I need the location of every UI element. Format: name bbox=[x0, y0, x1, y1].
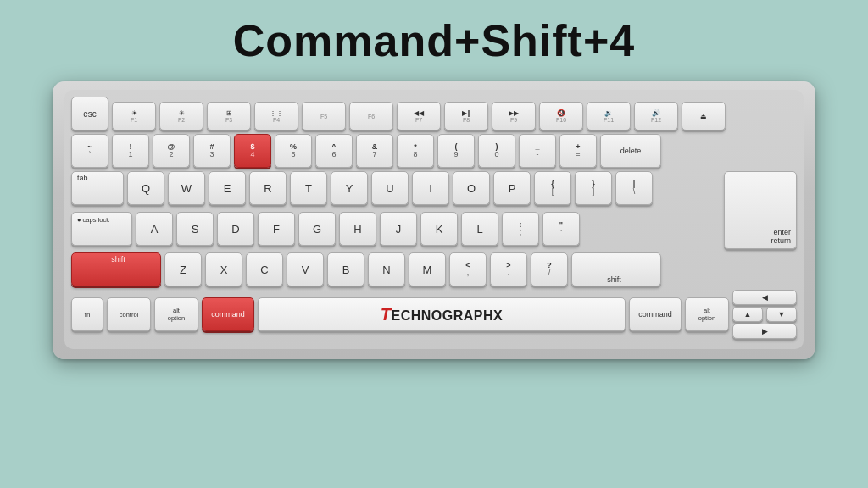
key-delete[interactable]: delete bbox=[600, 134, 661, 168]
key-t[interactable]: T bbox=[290, 171, 327, 205]
key-arrow-right[interactable]: ▶ bbox=[732, 324, 797, 339]
key-z[interactable]: Z bbox=[164, 252, 202, 286]
key-n[interactable]: N bbox=[368, 252, 405, 286]
key-bracket-left[interactable]: { [ bbox=[534, 171, 571, 205]
key-6[interactable]: ^ 6 bbox=[315, 134, 353, 168]
brand-t-letter: T bbox=[381, 305, 392, 324]
shift-key-row: shift Z X C V B N M < , > . ? / shift bbox=[71, 252, 797, 286]
key-period[interactable]: > . bbox=[490, 252, 527, 286]
key-r[interactable]: R bbox=[249, 171, 287, 205]
key-f2[interactable]: ✳ F2 bbox=[159, 102, 203, 130]
key-s[interactable]: S bbox=[176, 212, 214, 246]
arrow-keys: ◀ ▲ ▼ ▶ bbox=[732, 290, 797, 339]
key-shift-left[interactable]: shift bbox=[71, 252, 161, 286]
key-j[interactable]: J bbox=[380, 212, 417, 246]
key-quote[interactable]: " ' bbox=[542, 212, 580, 246]
key-f6[interactable]: F6 bbox=[349, 102, 393, 130]
key-f1[interactable]: ☀ F1 bbox=[112, 102, 156, 130]
key-command-right[interactable]: command bbox=[629, 297, 682, 331]
key-control[interactable]: control bbox=[107, 297, 151, 331]
key-option-right[interactable]: alt option bbox=[685, 297, 729, 331]
key-1[interactable]: ! 1 bbox=[112, 134, 149, 168]
bottom-key-row: fn control alt option command TECHNOGRAP… bbox=[71, 290, 797, 339]
key-shift-right[interactable]: shift bbox=[571, 252, 661, 286]
key-spacebar[interactable]: TECHNOGRAPHX bbox=[258, 297, 626, 331]
key-bracket-right[interactable]: } ] bbox=[575, 171, 612, 205]
key-f11[interactable]: 🔉 F11 bbox=[587, 102, 631, 130]
brand-logo: TECHNOGRAPHX bbox=[381, 305, 503, 324]
home-key-row: ● caps lock A S D F G H J K L : ; bbox=[71, 212, 721, 246]
key-4[interactable]: $ 4 bbox=[234, 134, 271, 168]
key-f4[interactable]: ⋮⋮ F4 bbox=[254, 102, 298, 130]
key-7[interactable]: & 7 bbox=[356, 134, 393, 168]
key-w[interactable]: W bbox=[168, 171, 205, 205]
key-h[interactable]: H bbox=[339, 212, 376, 246]
key-f7[interactable]: ◀◀ F7 bbox=[397, 102, 441, 130]
key-equals[interactable]: + = bbox=[559, 134, 597, 168]
key-b[interactable]: B bbox=[327, 252, 364, 286]
key-f9[interactable]: ▶▶ F9 bbox=[492, 102, 536, 130]
key-i[interactable]: I bbox=[412, 171, 449, 205]
qwerty-return-rows: tab Q W E R T Y U I O P { [ bbox=[71, 171, 797, 249]
key-k[interactable]: K bbox=[420, 212, 458, 246]
key-0[interactable]: ) 0 bbox=[478, 134, 515, 168]
key-tab[interactable]: tab bbox=[71, 171, 124, 205]
key-minus[interactable]: _ - bbox=[519, 134, 556, 168]
key-e[interactable]: E bbox=[209, 171, 246, 205]
key-arrow-down[interactable]: ▼ bbox=[766, 307, 797, 322]
key-semicolon[interactable]: : ; bbox=[502, 212, 539, 246]
key-v[interactable]: V bbox=[287, 252, 324, 286]
key-f3[interactable]: ⊞ F3 bbox=[207, 102, 251, 130]
key-q[interactable]: Q bbox=[127, 171, 164, 205]
key-9[interactable]: ( 9 bbox=[437, 134, 475, 168]
key-m[interactable]: M bbox=[409, 252, 446, 286]
key-command-left[interactable]: command bbox=[202, 297, 254, 331]
key-caps-lock[interactable]: ● caps lock bbox=[71, 212, 132, 246]
key-f[interactable]: F bbox=[258, 212, 295, 246]
key-comma[interactable]: < , bbox=[449, 252, 487, 286]
key-return[interactable]: enter return bbox=[724, 171, 797, 249]
key-y[interactable]: Y bbox=[331, 171, 368, 205]
key-fn[interactable]: fn bbox=[71, 297, 103, 331]
key-p[interactable]: P bbox=[493, 171, 531, 205]
keyboard: esc ☀ F1 ✳ F2 ⊞ F3 ⋮⋮ F4 F5 F6 bbox=[53, 81, 815, 359]
key-o[interactable]: O bbox=[453, 171, 490, 205]
key-f10[interactable]: 🔇 F10 bbox=[539, 102, 583, 130]
key-5[interactable]: % 5 bbox=[275, 134, 312, 168]
key-arrow-up[interactable]: ▲ bbox=[732, 307, 763, 322]
key-c[interactable]: C bbox=[246, 252, 283, 286]
key-esc[interactable]: esc bbox=[71, 97, 108, 130]
key-u[interactable]: U bbox=[371, 171, 409, 205]
key-f8[interactable]: ▶‖ F8 bbox=[444, 102, 488, 130]
key-d[interactable]: D bbox=[217, 212, 254, 246]
key-slash[interactable]: ? / bbox=[531, 252, 568, 286]
key-x[interactable]: X bbox=[205, 252, 242, 286]
key-backtick[interactable]: ~ ` bbox=[71, 134, 108, 168]
key-f12[interactable]: 🔊 F12 bbox=[634, 102, 678, 130]
key-option-left[interactable]: alt option bbox=[154, 297, 198, 331]
qwerty-key-row: tab Q W E R T Y U I O P { [ bbox=[71, 171, 721, 205]
key-a[interactable]: A bbox=[136, 212, 173, 246]
key-2[interactable]: @ 2 bbox=[153, 134, 190, 168]
key-backslash[interactable]: | \ bbox=[615, 171, 653, 205]
key-3[interactable]: # 3 bbox=[193, 134, 231, 168]
key-eject[interactable]: ⏏ bbox=[682, 102, 726, 130]
key-g[interactable]: G bbox=[298, 212, 336, 246]
page-title: Command+Shift+4 bbox=[233, 15, 635, 66]
key-8[interactable]: * 8 bbox=[397, 134, 434, 168]
brand-name-rest: ECHNOGRAPHX bbox=[391, 308, 503, 323]
number-key-row: ~ ` ! 1 @ 2 # 3 $ 4 % 5 bbox=[71, 134, 797, 168]
key-f5[interactable]: F5 bbox=[302, 102, 346, 130]
fn-key-row: esc ☀ F1 ✳ F2 ⊞ F3 ⋮⋮ F4 F5 F6 bbox=[71, 97, 797, 130]
key-arrow-left[interactable]: ◀ bbox=[732, 290, 797, 305]
key-l[interactable]: L bbox=[461, 212, 498, 246]
